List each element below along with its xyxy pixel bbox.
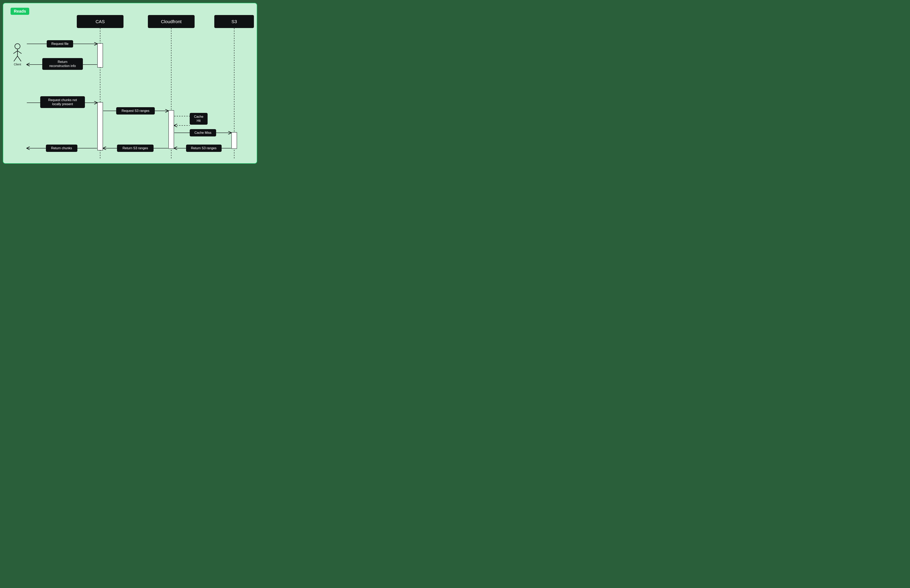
svg-rect-18	[190, 113, 208, 125]
svg-text:Cloudfront: Cloudfront	[161, 19, 182, 24]
reads-sequence-diagram: Reads Client CAS	[3, 3, 257, 164]
s3-activation	[231, 132, 237, 149]
msg-request-file: Request file	[52, 42, 69, 45]
cas-activation-1	[97, 44, 103, 68]
svg-rect-13	[42, 58, 83, 70]
cas-header: CAS	[77, 15, 123, 28]
msg-request-chunks-l2: locally present	[52, 102, 73, 106]
svg-point-0	[15, 44, 20, 49]
cloudfront-activation	[168, 110, 174, 149]
svg-rect-14	[40, 96, 85, 108]
svg-line-4	[14, 56, 18, 61]
svg-text:S3: S3	[231, 19, 237, 24]
client-actor-icon	[13, 44, 21, 61]
cas-activation-2	[97, 102, 103, 150]
msg-request-chunks-l1: Request chunks not	[48, 98, 77, 102]
msg-return-reconstruction-l2: reconstruction info	[49, 64, 76, 68]
cache-hit-loop	[174, 116, 190, 126]
sequence-svg: Client CAS Cloudfront S3	[3, 3, 257, 164]
svg-line-3	[18, 51, 21, 53]
svg-line-5	[18, 56, 21, 61]
client-label: Client	[14, 63, 21, 66]
msg-cache-miss: Cache Miss	[194, 131, 212, 134]
msg-request-s3-ranges: Request S3 ranges	[122, 109, 149, 113]
cloudfront-header: Cloudfront	[148, 15, 195, 28]
svg-text:CAS: CAS	[95, 19, 105, 24]
msg-return-reconstruction-l1: Return	[58, 60, 68, 63]
msg-return-s3-ranges-s3: Return S3 ranges	[191, 146, 216, 150]
s3-header: S3	[214, 15, 254, 28]
diagram-title-tag: Reads	[11, 8, 29, 15]
msg-return-s3-ranges-cf: Return S3 ranges	[123, 146, 148, 150]
svg-line-2	[13, 51, 18, 53]
msg-cache-hit-l2: Hit	[197, 119, 201, 123]
msg-return-chunks: Return chunks	[51, 146, 72, 150]
msg-cache-hit-l1: Cache	[194, 115, 203, 118]
